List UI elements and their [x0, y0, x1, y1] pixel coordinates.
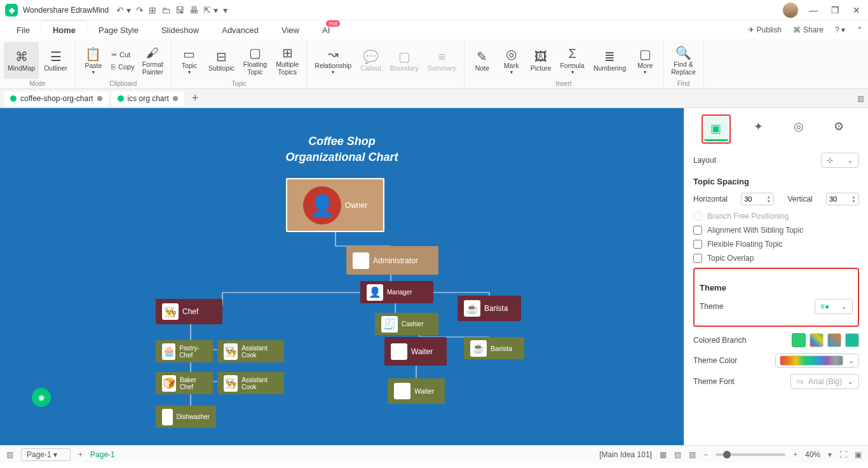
node-assistant-cook-1[interactable]: 👨‍🍳Assistant Cook — [217, 340, 284, 362]
node-manager[interactable]: 👤Manager — [360, 281, 433, 303]
swatch-teal[interactable] — [845, 333, 859, 347]
panel-tab-settings[interactable]: ⚙ — [827, 114, 851, 139]
flex-float-checkbox[interactable] — [693, 240, 702, 249]
close-button[interactable]: ✕ — [850, 5, 863, 15]
node-owner[interactable]: 👤Owner — [286, 178, 384, 232]
node-chef[interactable]: 👨‍🍳Chef — [156, 299, 222, 324]
formula-button[interactable]: ΣFormula▾ — [556, 42, 588, 79]
undo-icon[interactable]: ↶ ▾ — [116, 5, 131, 15]
export-icon[interactable]: ⇱ ▾ — [203, 5, 218, 15]
zoom-value[interactable]: 40% — [805, 450, 820, 459]
node-admin[interactable]: ⚙Administrator — [346, 246, 438, 275]
zoom-out-button[interactable]: − — [703, 450, 708, 459]
up-icon[interactable]: ▲ — [766, 195, 771, 199]
up-icon[interactable]: ▲ — [851, 195, 856, 199]
node-assistant-cook-2[interactable]: 👨‍🍳Assistant Cook — [217, 372, 284, 394]
theme-color-dropdown[interactable] — [775, 354, 859, 368]
boundary-button[interactable]: ▢Boundary — [386, 42, 423, 79]
swatch-duo[interactable] — [827, 333, 841, 347]
node-baker[interactable]: 🍞Baker Chef — [156, 372, 213, 394]
node-barista[interactable]: ☕Barista — [464, 337, 524, 359]
panel-toggle-icon[interactable]: ▣ — [855, 450, 862, 459]
maximize-button[interactable]: ❐ — [829, 5, 841, 15]
panel-tab-mark[interactable]: ◎ — [787, 114, 811, 139]
overlap-checkbox[interactable] — [693, 254, 702, 263]
canvas[interactable]: Coffee ShopOrganizational Chart 👤Owner ⚙… — [0, 108, 684, 445]
mindmap-button[interactable]: ⌘MindMap — [4, 42, 39, 79]
picture-button[interactable]: 🖼Picture — [527, 42, 555, 79]
panel-tab-layout[interactable]: ▣ — [704, 117, 728, 141]
swatch-green[interactable] — [792, 333, 806, 347]
horizontal-spinner[interactable]: ▲▼ — [741, 193, 774, 205]
page-link[interactable]: Page-1 — [90, 450, 115, 459]
floating-topic-button[interactable]: ▢Floating Topic — [240, 42, 271, 79]
collapse-ribbon-button[interactable]: ⌃ — [857, 25, 863, 34]
save-icon[interactable]: 🖫 — [175, 5, 184, 15]
page-dropdown[interactable]: Page-1 ▾ — [21, 448, 71, 461]
menu-file[interactable]: File — [5, 22, 41, 39]
subtopic-button[interactable]: ⊟Subtopic — [205, 42, 238, 79]
add-page-button[interactable]: + — [78, 450, 83, 459]
print-icon[interactable]: 🖶 — [189, 5, 198, 15]
theme-dropdown[interactable]: ≡● — [815, 299, 853, 314]
menu-page-style[interactable]: Page Style — [87, 22, 150, 39]
publish-button[interactable]: ✈ Publish — [748, 25, 782, 34]
find-replace-button[interactable]: 🔍Find & Replace — [667, 42, 700, 79]
zoom-in-button[interactable]: + — [793, 450, 797, 459]
fullscreen-icon[interactable]: ⛶ — [839, 450, 847, 459]
menu-slideshow[interactable]: Slideshow — [150, 22, 210, 39]
more-button[interactable]: ▢More▾ — [631, 42, 659, 79]
menu-view[interactable]: View — [270, 22, 311, 39]
cut-button[interactable]: ✂Cut — [109, 50, 137, 60]
numbering-button[interactable]: ≣Numbering — [590, 42, 630, 79]
minimize-button[interactable]: — — [807, 5, 820, 15]
redo-icon[interactable]: ↷ — [136, 5, 144, 15]
zoom-slider[interactable] — [715, 453, 785, 456]
node-waiter-lead[interactable]: 🍽Waiter — [384, 337, 447, 366]
new-icon[interactable]: ⊞ — [149, 5, 156, 15]
mark-button[interactable]: ◎Mark▾ — [498, 42, 526, 79]
view-mode-1-icon[interactable]: ▦ — [660, 450, 667, 459]
help-button[interactable]: ? ▾ — [835, 25, 845, 34]
callout-button[interactable]: 💬Callout — [356, 42, 385, 79]
node-pastry[interactable]: 🧁Pastry-Chef — [156, 340, 213, 362]
layout-dropdown[interactable]: ⊹ — [821, 153, 859, 168]
theme-font-dropdown[interactable]: Aa Arial (Big) — [790, 374, 859, 389]
assistant-fab[interactable]: ◉ — [32, 388, 51, 407]
doc-tab-1[interactable]: coffee-shop-org-chart — [4, 92, 109, 106]
horizontal-input[interactable] — [744, 195, 762, 203]
node-waiter[interactable]: 🍽Waiter — [388, 378, 445, 404]
menu-ai[interactable]: AIHot — [311, 22, 341, 39]
doc-tab-2[interactable]: ics org chart — [111, 92, 184, 106]
align-sibling-checkbox[interactable] — [693, 226, 702, 235]
outliner-button[interactable]: ☰Outliner — [40, 42, 71, 79]
share-button[interactable]: ⌘ Share — [793, 25, 824, 34]
format-painter-button[interactable]: 🖌Format Painter — [139, 42, 167, 79]
menu-advanced[interactable]: Advanced — [210, 22, 270, 39]
node-cashier[interactable]: 🧾Cashier — [375, 313, 438, 335]
swatch-multi[interactable] — [810, 333, 824, 347]
note-button[interactable]: ✎Note — [468, 42, 496, 79]
summary-button[interactable]: ≡Summary — [424, 42, 460, 79]
copy-button[interactable]: ⎘Copy — [109, 62, 137, 72]
node-barista-lead[interactable]: ☕Barista — [458, 296, 521, 321]
panel-tab-style[interactable]: ✦ — [747, 114, 771, 139]
open-icon[interactable]: 🗀 — [161, 5, 170, 15]
down-icon[interactable]: ▼ — [851, 199, 856, 203]
vertical-spinner[interactable]: ▲▼ — [826, 193, 859, 205]
relationship-button[interactable]: ↝Relationship▾ — [311, 42, 355, 79]
add-tab-button[interactable]: + — [187, 92, 204, 105]
zoom-dropdown[interactable]: ▾ — [828, 450, 832, 459]
multiple-topics-button[interactable]: ⊞Multiple Topics — [272, 42, 302, 79]
qat-more-icon[interactable]: ▾ — [223, 5, 227, 15]
menu-home[interactable]: Home — [41, 22, 87, 39]
topic-button[interactable]: ▭Topic▾ — [175, 42, 203, 79]
vertical-input[interactable] — [829, 195, 847, 203]
pages-icon[interactable]: ▥ — [6, 450, 13, 459]
user-avatar[interactable] — [783, 3, 798, 18]
tabs-side-toggle[interactable]: ▥ — [857, 94, 864, 103]
paste-button[interactable]: 📋Paste▾ — [79, 42, 107, 79]
view-mode-2-icon[interactable]: ▤ — [674, 450, 681, 459]
view-mode-3-icon[interactable]: ▧ — [689, 450, 696, 459]
node-dishwasher[interactable]: 🍽Dishwasher — [156, 406, 216, 428]
